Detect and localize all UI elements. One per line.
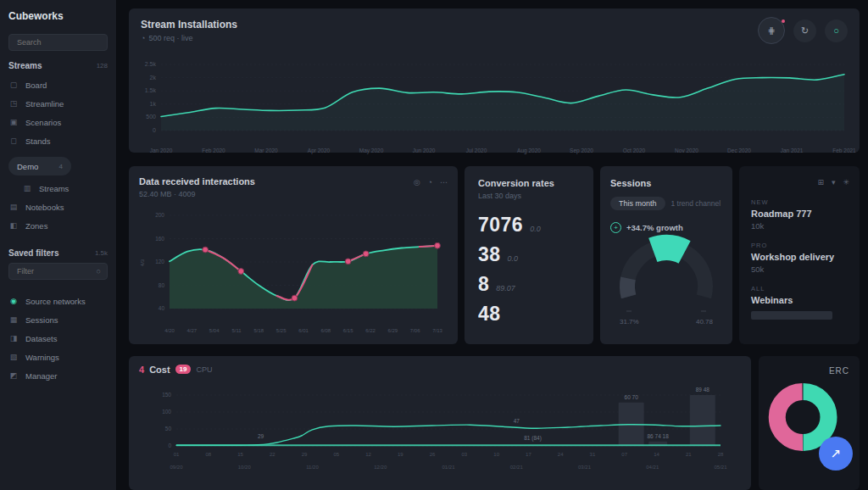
metric-eyebrow: ALL — [751, 285, 848, 292]
svg-text:4/27: 4/27 — [186, 328, 197, 333]
period-pill[interactable]: This month — [610, 197, 665, 210]
sidebar-item[interactable]: ▦ Sessions — [8, 310, 108, 329]
target-icon[interactable]: ◎ — [414, 178, 420, 187]
sidebar-item-icon: ▣ — [8, 118, 19, 126]
period-meta: 1 trend channel — [671, 199, 721, 208]
sidebar-item[interactable]: ▧ Warnings — [8, 348, 108, 366]
releases-card: ⊞ ▾ ✳ NEW Roadmap 777 10k PRO Workshop — [739, 166, 860, 344]
svg-text:2k: 2k — [150, 75, 157, 81]
section-streams: Streams 128 — [8, 61, 108, 70]
refresh-button[interactable]: ↻ — [793, 19, 816, 42]
demo-pill[interactable]: Demo 4 — [8, 157, 71, 175]
demo-pill-label: Demo — [17, 162, 38, 171]
cost-header: 4 Cost 19 CPU — [139, 365, 741, 375]
svg-text:Jan 2020: Jan 2020 — [150, 148, 173, 153]
sparkle-icon[interactable]: ✳ — [843, 178, 849, 187]
svg-text:1.5k: 1.5k — [145, 87, 157, 93]
metric-value: Webinars — [751, 295, 848, 305]
svg-text:28: 28 — [718, 452, 724, 457]
sidebar-item-icon: ◉ — [8, 297, 19, 305]
metric-group: ALL Webinars — [751, 285, 848, 320]
svg-text:01/21: 01/21 — [442, 465, 455, 470]
sidebar-subitem-streams[interactable]: ▥ Streams — [8, 179, 108, 198]
stat-sub: 0.0 — [530, 225, 541, 233]
metric-sub: 50k — [751, 264, 848, 274]
installations-chart-card: Stream Installations ◔ 500 req · live ⋕ … — [129, 8, 860, 153]
svg-text:Nov 2020: Nov 2020 — [675, 148, 698, 153]
chart-toolbar: ⋕ ↻ ○ — [758, 17, 848, 44]
svg-text:160: 160 — [155, 235, 164, 241]
svg-text:0: 0 — [168, 443, 171, 448]
sidebar-item-label: Zones — [25, 221, 47, 231]
svg-text:10/20: 10/20 — [238, 465, 252, 470]
svg-text:Jan 2021: Jan 2021 — [781, 148, 804, 153]
fab-action-button[interactable]: ↗ — [819, 437, 853, 471]
svg-text:02/21: 02/21 — [510, 465, 524, 470]
conversions-card: Conversion rates Last 30 days 7076 0.0 3… — [465, 166, 593, 344]
sidebar-item-icon: ◨ — [8, 334, 19, 342]
section-saved-filters: Saved filters 1.5k — [8, 248, 108, 258]
equalizer-button[interactable]: ⋕ — [758, 17, 785, 44]
svg-text:Feb 2020: Feb 2020 — [202, 148, 225, 153]
sidebar-filter[interactable]: ○ — [8, 263, 108, 280]
svg-text:5/04: 5/04 — [209, 328, 220, 333]
sidebar-filter-input[interactable] — [15, 266, 97, 276]
sidebar-search-input[interactable] — [15, 37, 101, 47]
clock-icon[interactable]: ◔ — [428, 178, 432, 187]
metric-group: NEW Roadmap 777 10k — [751, 198, 848, 231]
stat-sub: 0.0 — [508, 254, 519, 263]
grid-icon[interactable]: ⊞ — [817, 178, 824, 187]
sidebar-item[interactable]: ◳ Streamline — [8, 94, 108, 113]
sidebar-item-label: Datasets — [25, 334, 58, 343]
svg-text:31: 31 — [590, 452, 596, 457]
sidebar-search[interactable] — [8, 34, 108, 51]
svg-text:7/13: 7/13 — [432, 328, 442, 333]
sidebar-item-label: Manager — [25, 371, 58, 381]
svg-text:12: 12 — [365, 452, 371, 457]
more-icon[interactable]: ⋯ — [440, 178, 448, 187]
sidebar-item[interactable]: ▢ Board — [8, 75, 108, 94]
svg-text:Sep 2020: Sep 2020 — [570, 148, 593, 154]
sidebar-item[interactable]: ◧ Zones — [8, 216, 108, 235]
cost-line-chart: 15010050060 7086 74 1889 48294781 (84)01… — [134, 387, 741, 490]
svg-text:12/20: 12/20 — [374, 465, 387, 470]
sidebar-item-label: Stands — [25, 136, 51, 146]
svg-text:29: 29 — [258, 433, 264, 439]
section-saved-filters-label: Saved filters — [8, 248, 58, 258]
sidebar-item[interactable]: ◩ Manager — [8, 366, 108, 385]
sidebar-item-icon: ▧ — [8, 353, 19, 361]
status-button[interactable]: ○ — [825, 19, 848, 42]
status-icon: ○ — [833, 25, 839, 36]
svg-text:03/21: 03/21 — [578, 465, 592, 470]
sidebar-item[interactable]: ◉ Source networks — [8, 292, 108, 310]
svg-text:Jul 2020: Jul 2020 — [466, 148, 487, 153]
bottom-row: 4 Cost 19 CPU 15010050060 7086 74 1889 4… — [129, 356, 860, 490]
sidebar-item-label: Notebooks — [25, 203, 64, 212]
svg-text:07: 07 — [621, 452, 627, 457]
sidebar-item-icon: ◳ — [8, 99, 19, 108]
sidebar-item[interactable]: ◻ Stands — [8, 131, 108, 150]
sidebar-item[interactable]: ◨ Datasets — [8, 329, 108, 348]
cost-chart-card: 4 Cost 19 CPU 15010050060 7086 74 1889 4… — [129, 356, 751, 490]
svg-text:01: 01 — [174, 452, 180, 457]
svg-text:6/01: 6/01 — [298, 328, 309, 333]
chevron-down-icon[interactable]: ▾ — [832, 178, 836, 187]
svg-text:05: 05 — [333, 452, 339, 457]
svg-text:40: 40 — [159, 305, 165, 311]
sidebar-item[interactable]: ▣ Scenarios — [8, 113, 108, 131]
metric-groups: NEW Roadmap 777 10k PRO Workshop deliver… — [751, 198, 848, 320]
metric-group: PRO Workshop delivery 50k — [751, 242, 848, 274]
stat-value: 48 — [478, 303, 501, 326]
svg-text:19: 19 — [398, 452, 403, 457]
svg-text:15: 15 — [237, 452, 243, 457]
svg-text:04/21: 04/21 — [646, 465, 659, 470]
sidebar-item[interactable]: ▤ Notebooks — [8, 198, 108, 216]
pink-badge: 19 — [175, 365, 192, 374]
svg-text:11/20: 11/20 — [306, 465, 319, 470]
svg-text:200: 200 — [155, 212, 164, 218]
card-meta: CPU — [196, 365, 212, 374]
sidebar-item-icon: ◩ — [8, 371, 19, 380]
split-donut-card: ERC ↗ — [759, 356, 860, 490]
sidebar-nav-primary: ▢ Board ◳ Streamline ▣ Scenarios ◻ Stand… — [8, 75, 108, 150]
card-subtitle: ◔ 500 req · live — [141, 34, 848, 42]
